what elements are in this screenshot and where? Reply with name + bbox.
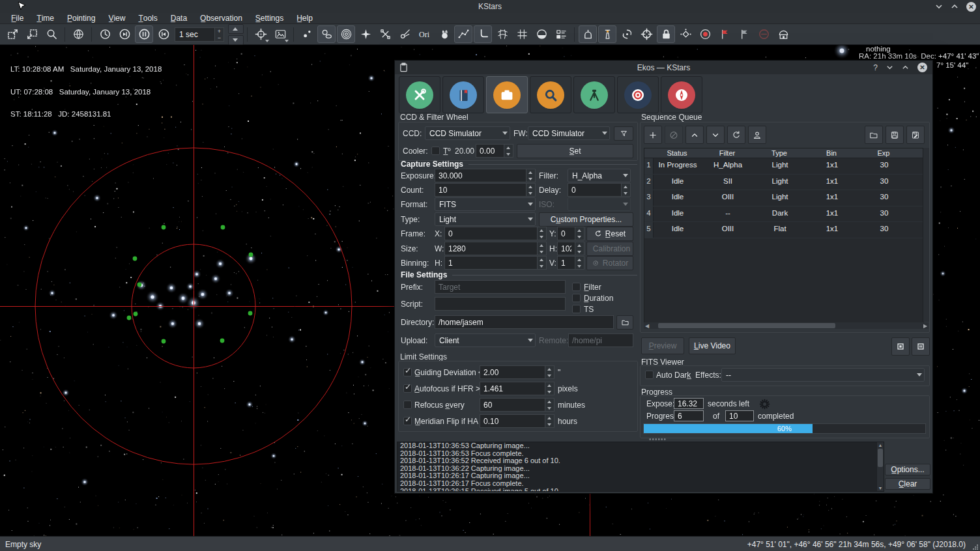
time-step-unit-buttons[interactable]: +− bbox=[214, 27, 224, 42]
binning-v-spin[interactable] bbox=[557, 256, 584, 270]
zoom-out-button[interactable] bbox=[23, 25, 41, 43]
move-job-up-button[interactable] bbox=[685, 126, 704, 144]
snap-mode-button[interactable] bbox=[676, 25, 695, 43]
delay-spin[interactable] bbox=[568, 183, 631, 197]
ekos-help-button[interactable]: ? bbox=[873, 63, 878, 72]
menu-settings[interactable]: S̲ettings bbox=[250, 13, 289, 23]
ekos-tab-focus[interactable] bbox=[530, 76, 571, 113]
meridian-flip-spin[interactable] bbox=[480, 414, 555, 428]
show-planets-button[interactable] bbox=[356, 25, 375, 43]
preview-button[interactable]: P̲review bbox=[641, 337, 684, 354]
guiding-deviation-checkbox[interactable] bbox=[403, 368, 412, 376]
ekos-titlebar[interactable]: Ekos — KStars ? ✕ bbox=[395, 61, 932, 74]
set-time-button[interactable] bbox=[96, 25, 114, 43]
save-sequence-button[interactable] bbox=[886, 126, 904, 144]
show-constellation-lines-button[interactable] bbox=[454, 25, 472, 43]
show-stars-button[interactable] bbox=[298, 25, 316, 43]
time-step-steppers[interactable] bbox=[228, 24, 244, 45]
format-combo[interactable]: FITS bbox=[435, 197, 536, 211]
filter-combo[interactable]: H_Alpha bbox=[568, 169, 631, 182]
toggle-clock-button[interactable] bbox=[135, 25, 153, 43]
count-spin[interactable] bbox=[435, 183, 536, 197]
rotator-button[interactable]: Rotator bbox=[586, 256, 633, 270]
ekos-tab-mount[interactable] bbox=[573, 76, 615, 113]
reset-frame-button[interactable]: R̲eset bbox=[586, 227, 633, 241]
meridian-flip-checkbox[interactable] bbox=[403, 417, 412, 425]
type-combo[interactable]: Light bbox=[435, 212, 536, 226]
calibration-button[interactable]: Calibration bbox=[586, 242, 633, 256]
ekos-tab-align[interactable] bbox=[661, 76, 702, 113]
upload-combo[interactable]: Client bbox=[435, 333, 536, 347]
menu-observation[interactable]: O̲bservation bbox=[194, 13, 248, 23]
step-down-button[interactable] bbox=[228, 35, 244, 45]
show-supernovae-button[interactable] bbox=[337, 25, 355, 43]
show-horizon-button[interactable] bbox=[532, 25, 551, 43]
record-button[interactable] bbox=[696, 25, 714, 43]
lock-position-button[interactable] bbox=[657, 25, 675, 43]
zoom-in-button[interactable] bbox=[3, 25, 22, 43]
resize-grip[interactable] bbox=[972, 544, 978, 550]
sequence-job-row[interactable]: 4Idle--Dark1x130 bbox=[644, 206, 923, 223]
ekos-tab-guide[interactable] bbox=[617, 76, 659, 113]
live-video-button[interactable]: L̲ive Video bbox=[689, 337, 736, 354]
refocus-every-spin[interactable] bbox=[480, 398, 555, 412]
add-job-button[interactable] bbox=[644, 126, 662, 144]
sequence-job-row[interactable]: 2IdleSIILight1x130 bbox=[644, 175, 923, 191]
ekos-minimize-button[interactable] bbox=[886, 64, 893, 71]
log-scrollbar[interactable]: ▲ ▼ bbox=[876, 442, 884, 491]
simulate-eyepiece-button[interactable] bbox=[598, 25, 616, 43]
slew-disabled-button[interactable] bbox=[755, 25, 773, 43]
pause-capture-button[interactable] bbox=[912, 337, 930, 356]
auto-dark-checkbox[interactable] bbox=[645, 371, 654, 379]
step-backward-button[interactable] bbox=[115, 25, 134, 43]
show-constellation-boundaries-button[interactable] bbox=[474, 25, 492, 43]
temperature-setpoint-spin[interactable] bbox=[476, 144, 513, 158]
observer-button[interactable] bbox=[748, 126, 766, 144]
cooler-checkbox[interactable] bbox=[431, 147, 440, 155]
scrollbar-thumb[interactable] bbox=[658, 323, 835, 328]
custom-properties-button[interactable]: Cu̲stom Properties... bbox=[539, 212, 633, 227]
filter-wheel-combo[interactable]: CCD Simulator bbox=[528, 126, 610, 140]
menu-help[interactable]: H̲elp bbox=[291, 13, 319, 23]
window-minimize-button[interactable] bbox=[935, 3, 943, 10]
frame-y-spin[interactable] bbox=[557, 227, 584, 240]
menu-time[interactable]: T̲ime bbox=[31, 13, 60, 23]
set-temperature-button[interactable]: S̲et bbox=[517, 144, 633, 158]
flag-red-button[interactable] bbox=[715, 25, 734, 43]
frame-x-spin[interactable] bbox=[444, 227, 547, 240]
show-deep-sky-objects-button[interactable] bbox=[317, 25, 336, 43]
reset-jobs-button[interactable] bbox=[727, 126, 745, 144]
fits-image-button[interactable] bbox=[271, 25, 289, 43]
scroll-left-arrow-icon[interactable]: ◀ bbox=[644, 322, 650, 329]
menu-tools[interactable]: T̲ools bbox=[132, 13, 163, 23]
ekos-tab-scheduler[interactable] bbox=[442, 76, 484, 113]
menu-view[interactable]: V̲iew bbox=[102, 13, 131, 23]
ekos-maximize-button[interactable] bbox=[902, 64, 909, 71]
sequence-job-row[interactable]: 1In ProgressH_AlphaLight1x130 bbox=[644, 158, 923, 175]
time-step-spinbox[interactable]: +− bbox=[175, 27, 224, 42]
show-equatorial-grid-button[interactable] bbox=[493, 25, 512, 43]
exposure-spin[interactable] bbox=[435, 169, 536, 182]
time-step-input[interactable] bbox=[175, 27, 214, 42]
show-constellation-names-button[interactable]: Ori bbox=[415, 25, 433, 43]
capture-log[interactable]: 2018-01-13T10:36:53 Capturing image... 2… bbox=[397, 442, 884, 492]
window-close-button[interactable]: ✕ bbox=[966, 2, 976, 12]
show-comets-button[interactable] bbox=[396, 25, 414, 43]
stop-capture-button[interactable] bbox=[891, 337, 910, 356]
autofocus-hfr-spin[interactable] bbox=[480, 382, 555, 395]
pointing-button[interactable] bbox=[252, 25, 270, 43]
clear-log-button[interactable]: C̲lear bbox=[885, 478, 930, 490]
menu-pointing[interactable]: P̲ointing bbox=[61, 13, 101, 23]
move-job-down-button[interactable] bbox=[706, 126, 725, 144]
size-h-spin[interactable] bbox=[557, 242, 584, 255]
ccd-combo[interactable]: CCD Simulator bbox=[425, 126, 510, 140]
find-object-button[interactable] bbox=[42, 25, 61, 43]
show-milky-way-button[interactable] bbox=[618, 25, 636, 43]
scroll-up-arrow-icon[interactable]: ▲ bbox=[877, 442, 884, 448]
filter-suffix-checkbox[interactable] bbox=[572, 283, 581, 291]
ts-suffix-checkbox[interactable] bbox=[572, 305, 581, 313]
guiding-deviation-spin[interactable] bbox=[480, 365, 555, 379]
scroll-right-arrow-icon[interactable]: ▶ bbox=[922, 322, 929, 329]
sequence-job-row[interactable]: 3IdleOIIILight1x130 bbox=[644, 190, 923, 206]
ekos-tab-capture[interactable] bbox=[486, 76, 528, 113]
